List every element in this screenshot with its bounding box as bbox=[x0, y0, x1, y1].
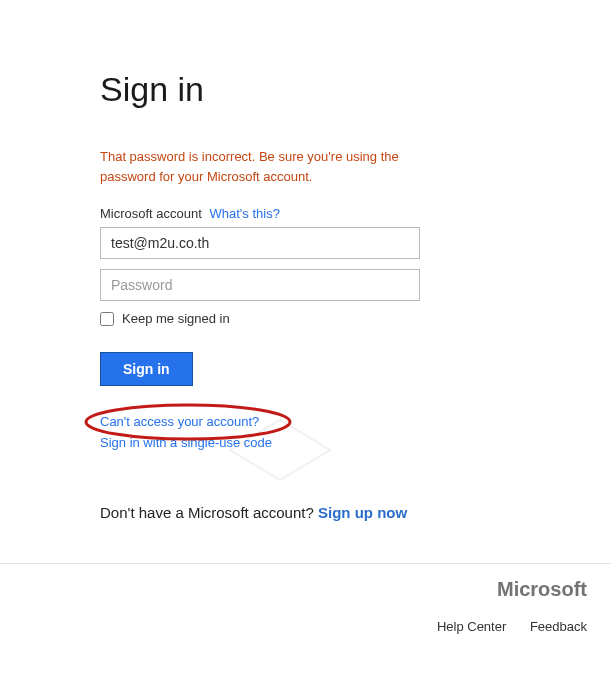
keep-signed-checkbox[interactable] bbox=[100, 312, 114, 326]
keep-signed-label: Keep me signed in bbox=[122, 311, 230, 326]
sign-in-button[interactable]: Sign in bbox=[100, 352, 193, 386]
password-field[interactable] bbox=[100, 269, 420, 301]
single-use-code-link[interactable]: Sign in with a single-use code bbox=[100, 435, 528, 450]
account-label: Microsoft account bbox=[100, 206, 202, 221]
brand-logo: Microsoft bbox=[0, 578, 587, 601]
feedback-link[interactable]: Feedback bbox=[530, 619, 587, 634]
email-field[interactable] bbox=[100, 227, 420, 259]
error-message: That password is incorrect. Be sure you'… bbox=[100, 147, 420, 186]
help-center-link[interactable]: Help Center bbox=[437, 619, 506, 634]
whats-this-link[interactable]: What's this? bbox=[210, 206, 280, 221]
cant-access-link[interactable]: Can't access your account? bbox=[100, 414, 528, 429]
no-account-text: Don't have a Microsoft account? bbox=[100, 504, 318, 521]
sign-up-link[interactable]: Sign up now bbox=[318, 504, 407, 521]
page-title: Sign in bbox=[100, 70, 528, 109]
